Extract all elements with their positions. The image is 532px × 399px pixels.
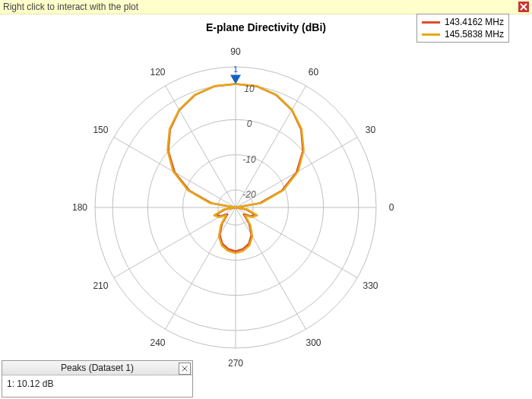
ring-tick-label: -10 xyxy=(242,154,255,165)
angle-tick-label: 30 xyxy=(366,125,375,135)
svg-line-10 xyxy=(166,86,236,207)
angle-tick-label: 0 xyxy=(389,202,394,213)
peaks-panel-body: 1: 10.12 dB xyxy=(2,375,192,397)
peaks-row: 1: 10.12 dB xyxy=(7,378,188,389)
peaks-panel-title: Peaks (Dataset 1) xyxy=(61,363,134,373)
svg-line-14 xyxy=(166,207,236,329)
angle-tick-label: 270 xyxy=(228,358,243,369)
angle-tick-label: 180 xyxy=(72,202,87,213)
info-bar: Right click to interact with the plot xyxy=(0,0,532,14)
angle-tick-label: 300 xyxy=(306,337,321,348)
angle-tick-label: 210 xyxy=(93,280,108,291)
svg-line-17 xyxy=(236,207,357,278)
peak-marker-label: 1 xyxy=(233,65,238,74)
angle-tick-label: 90 xyxy=(230,46,240,57)
angle-tick-label: 330 xyxy=(363,280,378,291)
polar-plot[interactable]: 0306090120150180210240270300330-20-10010… xyxy=(0,36,532,371)
ring-tick-label: -20 xyxy=(242,189,255,200)
angle-tick-label: 120 xyxy=(150,67,165,78)
peaks-panel: Peaks (Dataset 1) 1: 10.12 dB xyxy=(2,360,193,397)
svg-line-13 xyxy=(114,207,236,278)
peaks-panel-header: Peaks (Dataset 1) xyxy=(2,361,192,375)
legend-label: 143.4162 MHz xyxy=(445,16,504,28)
legend-swatch xyxy=(422,33,440,36)
legend-item: 143.4162 MHz xyxy=(422,16,504,28)
angle-tick-label: 60 xyxy=(309,67,318,78)
angle-tick-label: 240 xyxy=(150,337,165,348)
legend-swatch xyxy=(422,21,440,24)
ring-tick-label: 0 xyxy=(247,119,252,129)
ring-tick-label: 10 xyxy=(244,84,254,94)
svg-line-16 xyxy=(236,207,306,329)
angle-tick-label: 150 xyxy=(93,125,108,135)
info-bar-text: Right click to interact with the plot xyxy=(3,2,138,12)
close-icon[interactable] xyxy=(179,363,191,375)
close-icon[interactable] xyxy=(518,2,529,12)
